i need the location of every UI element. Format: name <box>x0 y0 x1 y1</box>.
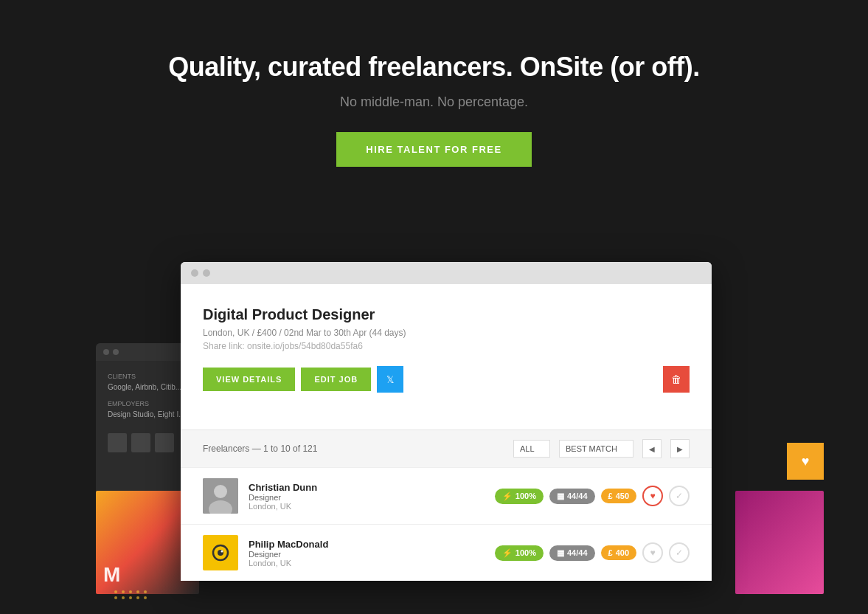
main-browser: Digital Product Designer London, UK / £4… <box>181 262 712 581</box>
freelancer-badges-1: ⚡ 100% ▦ 44/44 £ 450 ♥ ✓ <box>495 486 690 506</box>
grid-icon: ▦ <box>557 491 564 501</box>
avatar-philip <box>203 535 238 570</box>
check-button-2[interactable]: ✓ <box>669 542 690 563</box>
hero-title: Quality, curated freelancers. OnSite (or… <box>15 52 853 83</box>
dot <box>122 590 125 593</box>
dot-grid <box>114 590 148 599</box>
dot <box>144 590 147 593</box>
freelancer-info-1: Christian Dunn Designer London, UK <box>249 482 485 511</box>
match-badge-1: ▦ 44/44 <box>549 489 595 504</box>
icon-box-3 <box>155 433 174 452</box>
twitter-share-button[interactable]: 𝕏 <box>377 366 403 393</box>
hero-section: Quality, curated freelancers. OnSite (or… <box>0 0 868 196</box>
freelancer-location-2: London, UK <box>249 559 485 568</box>
dot <box>136 590 139 593</box>
icon-box-1 <box>108 433 127 452</box>
pound-icon-2: £ <box>608 548 613 557</box>
job-link: Share link: onsite.io/jobs/54bd80da55fa6 <box>203 341 690 351</box>
freelancer-row-1: Christian Dunn Designer London, UK ⚡ 100… <box>181 467 712 524</box>
freelancer-role-1: Designer <box>249 493 485 502</box>
view-details-button[interactable]: VIEW DETAILS <box>203 368 295 391</box>
filter-dropdown[interactable]: ALL <box>513 440 550 458</box>
freelancers-count: Freelancers — 1 to 10 of 121 <box>203 444 504 454</box>
delete-job-button[interactable]: 🗑 <box>663 366 690 393</box>
freelancer-badges-2: ⚡ 100% ▦ 44/44 £ 400 ♥ ✓ <box>495 542 690 563</box>
svg-point-1 <box>214 485 227 498</box>
heart-button-1[interactable]: ♥ <box>642 486 663 506</box>
score-badge-1: ⚡ 100% <box>495 489 544 504</box>
browser-dot-1 <box>191 269 198 277</box>
trash-icon: 🗑 <box>671 373 681 385</box>
job-meta: London, UK / £400 / 02nd Mar to 30th Apr… <box>203 328 690 338</box>
bg-dot-2 <box>113 349 119 355</box>
hire-talent-button[interactable]: HIRE TALENT FOR FREE <box>336 132 531 167</box>
svg-point-5 <box>221 551 223 553</box>
pound-icon: £ <box>608 491 613 500</box>
freelancer-name-1: Christian Dunn <box>249 482 485 493</box>
color-card-letter: M <box>103 563 120 587</box>
dot <box>144 596 147 599</box>
bolt-icon: ⚡ <box>502 491 513 501</box>
bolt-icon-2: ⚡ <box>502 548 513 558</box>
freelancer-name-2: Philip MacDonald <box>249 539 485 550</box>
next-page-button[interactable]: ▶ <box>670 439 690 458</box>
dot <box>122 596 125 599</box>
freelancer-location-1: London, UK <box>249 502 485 511</box>
avatar-christian <box>203 478 238 514</box>
freelancers-header: Freelancers — 1 to 10 of 121 ALL BEST MA… <box>181 430 712 467</box>
rate-badge-1: £ 450 <box>601 489 636 503</box>
dot <box>114 590 117 593</box>
icon-box-2 <box>131 433 150 452</box>
dot <box>129 590 132 593</box>
dot <box>114 596 117 599</box>
freelancer-row-2: Philip MacDonald Designer London, UK ⚡ 1… <box>181 524 712 581</box>
freelancer-info-2: Philip MacDonald Designer London, UK <box>249 539 485 568</box>
dot <box>129 596 132 599</box>
check-button-1[interactable]: ✓ <box>669 486 690 506</box>
job-title: Digital Product Designer <box>203 306 690 323</box>
bookmark-icon: ♥ <box>802 454 810 469</box>
score-badge-2: ⚡ 100% <box>495 545 544 561</box>
dot <box>136 596 139 599</box>
bookmark-button[interactable]: ♥ <box>787 443 824 480</box>
job-actions: VIEW DETAILS EDIT JOB 𝕏 🗑 <box>203 366 690 393</box>
rate-badge-2: £ 400 <box>601 545 636 560</box>
browser-content: Digital Product Designer London, UK / £4… <box>181 284 712 430</box>
grid-icon-2: ▦ <box>557 548 564 558</box>
dots-decoration <box>114 590 148 599</box>
freelancer-role-2: Designer <box>249 550 485 559</box>
browser-dot-2 <box>203 269 210 277</box>
sort-dropdown[interactable]: BEST MATCH <box>559 440 633 458</box>
hero-subtitle: No middle-man. No percentage. <box>15 94 853 110</box>
color-card-right <box>735 491 824 594</box>
bg-dot-1 <box>103 349 109 355</box>
edit-job-button[interactable]: EDIT JOB <box>301 368 371 391</box>
heart-button-2[interactable]: ♥ <box>642 542 663 563</box>
match-badge-2: ▦ 44/44 <box>549 545 595 561</box>
prev-page-button[interactable]: ◀ <box>642 439 662 458</box>
browser-bar <box>181 262 712 284</box>
twitter-icon: 𝕏 <box>386 374 394 385</box>
